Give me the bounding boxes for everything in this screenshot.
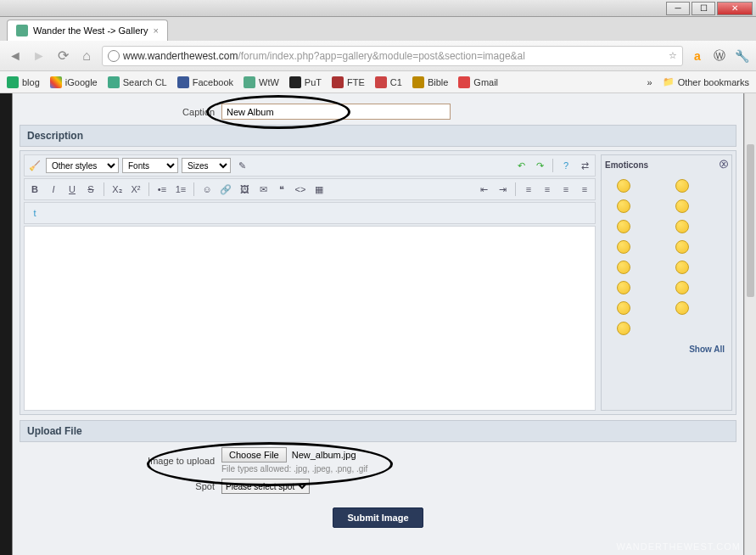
- bookmark-igoogle[interactable]: iGoogle: [50, 76, 98, 88]
- emoji-grin[interactable]: [675, 179, 689, 193]
- emoji-cool[interactable]: [617, 301, 630, 315]
- emoji-wink[interactable]: [617, 199, 630, 213]
- align-justify-icon[interactable]: ≡: [577, 182, 592, 197]
- bookmark-facebook[interactable]: Facebook: [177, 76, 233, 88]
- maximize-button[interactable]: ☐: [692, 2, 715, 15]
- bookmark-c1[interactable]: C1: [375, 76, 402, 88]
- caption-label: Caption: [20, 107, 215, 117]
- code-icon[interactable]: <>: [293, 182, 308, 197]
- emoji-neutral[interactable]: [617, 240, 630, 254]
- remove-format-icon[interactable]: 🧹: [27, 158, 42, 173]
- browser-toolbar: ◄ ► ⟳ ⌂ www.wanderthewest.com/forum/inde…: [0, 41, 756, 71]
- wordpress-icon[interactable]: Ⓦ: [712, 48, 727, 64]
- spot-select[interactable]: Please select spot: [221, 479, 310, 494]
- amazon-icon[interactable]: a: [690, 48, 705, 64]
- quote-icon[interactable]: ❝: [274, 182, 289, 197]
- close-button[interactable]: ✕: [717, 2, 753, 15]
- other-bookmarks[interactable]: 📁Other bookmarks: [663, 76, 749, 87]
- subscript-icon[interactable]: X₂: [109, 182, 125, 197]
- indent-icon[interactable]: ⇥: [495, 182, 510, 197]
- editor-toolbar-3: t: [24, 202, 596, 224]
- spot-label: Spot: [20, 481, 215, 491]
- ul-icon[interactable]: •≡: [154, 182, 170, 197]
- redo-icon[interactable]: ↷: [532, 158, 547, 173]
- description-header: Description: [20, 125, 736, 147]
- italic-icon[interactable]: I: [46, 182, 61, 197]
- bold-icon[interactable]: B: [27, 182, 42, 197]
- filetypes-hint: File types allowed: .jpg, .jpeg, .png, .…: [221, 464, 367, 474]
- chosen-filename: New_album.jpg: [292, 450, 356, 460]
- address-bar[interactable]: www.wanderthewest.com/forum/index.php?ap…: [102, 46, 683, 66]
- tab-favicon: [16, 25, 28, 36]
- ol-icon[interactable]: 1≡: [173, 182, 188, 197]
- emoticons-title: Emoticons: [605, 160, 648, 170]
- undo-icon[interactable]: ↶: [513, 158, 529, 173]
- emoji-happy[interactable]: [617, 261, 630, 274]
- color-icon[interactable]: ✎: [234, 158, 249, 173]
- image-upload-label: Image to upload: [20, 456, 215, 466]
- emoji-shades[interactable]: [675, 301, 689, 315]
- window-titlebar: ─ ☐ ✕: [0, 0, 756, 17]
- emoticons-close-icon[interactable]: ⓧ: [720, 159, 728, 171]
- align-right-icon[interactable]: ≡: [558, 182, 574, 197]
- twitter-icon[interactable]: t: [27, 205, 42, 221]
- align-center-icon[interactable]: ≡: [540, 182, 555, 197]
- emoji-icon[interactable]: ☺: [199, 182, 215, 197]
- browser-tab[interactable]: Wander the West -> Gallery ×: [7, 20, 168, 41]
- bookmark-put[interactable]: PuT: [289, 76, 322, 88]
- emoji-tongue2[interactable]: [675, 281, 689, 294]
- tab-strip: Wander the West -> Gallery ×: [0, 17, 756, 41]
- page-content: Caption Description 🧹 Other styles Fonts…: [12, 93, 744, 555]
- bookmark-fte[interactable]: FTE: [332, 76, 365, 88]
- vertical-scrollbar[interactable]: [744, 93, 756, 555]
- bookmark-wtw[interactable]: WtW: [244, 76, 279, 88]
- home-button[interactable]: ⌂: [78, 48, 95, 64]
- link-icon[interactable]: 🔗: [218, 182, 233, 197]
- emoji-angry[interactable]: [675, 220, 689, 233]
- bookmark-bible[interactable]: Bible: [412, 76, 448, 88]
- emoji-confused[interactable]: [675, 240, 689, 254]
- editor-textarea[interactable]: [24, 226, 596, 411]
- mail-icon[interactable]: ✉: [255, 182, 271, 197]
- emoji-sad[interactable]: [675, 199, 689, 213]
- media-icon[interactable]: ▦: [311, 182, 327, 197]
- back-button[interactable]: ◄: [7, 48, 24, 64]
- star-icon[interactable]: ☆: [669, 50, 677, 61]
- emoticons-panel: Emoticons ⓧ: [601, 154, 732, 411]
- help-icon[interactable]: ?: [558, 158, 574, 173]
- wrench-icon[interactable]: 🔧: [734, 48, 749, 64]
- submit-image-button[interactable]: Submit Image: [333, 507, 423, 528]
- superscript-icon[interactable]: X²: [128, 182, 143, 197]
- tab-close-icon[interactable]: ×: [153, 25, 158, 36]
- emoji-surprised[interactable]: [617, 220, 630, 233]
- sizes-select[interactable]: Sizes: [182, 158, 231, 173]
- bookmark-blog[interactable]: blog: [7, 76, 40, 88]
- editor-toolbar-1: 🧹 Other styles Fonts Sizes ✎ ↶ ↷ ? ⇄: [24, 154, 596, 177]
- toggle-icon[interactable]: ⇄: [577, 158, 592, 173]
- tab-title: Wander the West -> Gallery: [33, 25, 148, 36]
- reload-button[interactable]: ⟳: [54, 48, 71, 64]
- bookmark-searchcl[interactable]: Search CL: [108, 76, 167, 88]
- minimize-button[interactable]: ─: [666, 2, 690, 15]
- styles-select[interactable]: Other styles: [46, 158, 119, 173]
- bookmark-gmail[interactable]: Gmail: [458, 76, 498, 88]
- align-left-icon[interactable]: ≡: [521, 182, 536, 197]
- show-all-link[interactable]: Show All: [689, 345, 725, 354]
- fonts-select[interactable]: Fonts: [122, 158, 178, 173]
- emoji-tongue[interactable]: [617, 281, 630, 294]
- emoji-laugh[interactable]: [675, 261, 689, 274]
- underline-icon[interactable]: U: [64, 182, 80, 197]
- image-icon[interactable]: 🖼: [237, 182, 252, 197]
- bookmarks-bar: blog iGoogle Search CL Facebook WtW PuT …: [0, 71, 756, 93]
- forward-button[interactable]: ►: [31, 48, 48, 64]
- scrollbar-thumb[interactable]: [747, 144, 754, 297]
- caption-input[interactable]: [221, 104, 451, 120]
- emoji-roll[interactable]: [617, 322, 630, 335]
- outdent-icon[interactable]: ⇤: [476, 182, 491, 197]
- rich-editor: 🧹 Other styles Fonts Sizes ✎ ↶ ↷ ? ⇄ B: [20, 150, 736, 415]
- bookmarks-overflow[interactable]: »: [647, 77, 652, 87]
- emoji-smile[interactable]: [617, 179, 630, 193]
- choose-file-button[interactable]: Choose File: [221, 447, 287, 462]
- watermark: WANDERTHEWEST.COM: [616, 541, 741, 552]
- strike-icon[interactable]: S: [83, 182, 98, 197]
